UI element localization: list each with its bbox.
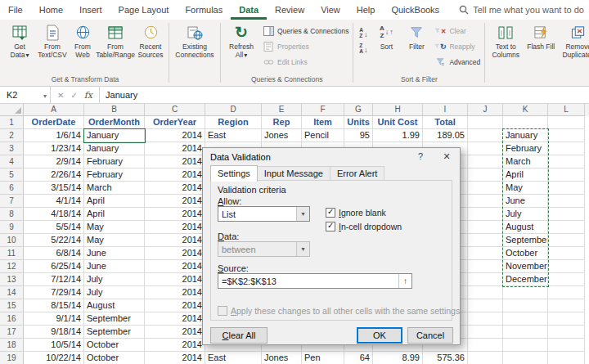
column-header-L[interactable]: L (548, 104, 585, 116)
cell-K16[interactable] (503, 312, 548, 326)
column-header-E[interactable]: E (262, 104, 302, 116)
text-to-columns-button[interactable]: Text to Columns (487, 20, 524, 74)
cell-K18[interactable] (503, 339, 548, 352)
cell-C1[interactable]: OrderYear (145, 116, 205, 129)
cell-B2[interactable]: January (84, 129, 145, 142)
cell-B5[interactable]: February (84, 169, 145, 182)
from-web-button[interactable]: From Web (69, 20, 97, 74)
name-box[interactable]: K2 (0, 87, 51, 103)
row-header-6[interactable]: 6 (0, 182, 24, 195)
cell-E1[interactable]: Rep (262, 116, 302, 129)
cell-J9[interactable] (468, 221, 503, 234)
confirm-entry-icon[interactable] (70, 90, 77, 100)
cell-L18[interactable] (548, 339, 585, 352)
cell-J7[interactable] (468, 195, 503, 208)
column-header-I[interactable]: I (423, 104, 468, 116)
cell-L5[interactable] (548, 169, 585, 182)
dialog-close-button[interactable]: ✕ (434, 148, 460, 165)
cell-L8[interactable] (548, 208, 585, 221)
tab-formulas[interactable]: Formulas (177, 0, 231, 20)
cell-B12[interactable]: June (84, 260, 145, 273)
cell-C14[interactable]: 2014 (145, 286, 205, 299)
cell-J13[interactable] (468, 273, 503, 286)
cell-B13[interactable]: July (84, 273, 145, 286)
row-header-8[interactable]: 8 (0, 208, 24, 221)
row-header-19[interactable]: 19 (0, 352, 24, 364)
cell-C17[interactable]: 2014 (145, 326, 205, 339)
collapse-dialog-icon[interactable] (398, 274, 411, 288)
cell-A1[interactable]: OrderDate (24, 116, 84, 129)
cell-B4[interactable]: February (84, 155, 145, 169)
column-header-J[interactable]: J (468, 104, 503, 116)
cell-L6[interactable] (548, 182, 585, 195)
cell-A4[interactable]: 2/9/14 (24, 155, 84, 169)
cell-C6[interactable]: 2014 (145, 182, 205, 195)
row-header-4[interactable]: 4 (0, 155, 24, 169)
clear-filter-button[interactable]: Clear (432, 23, 483, 38)
row-header-13[interactable]: 13 (0, 273, 24, 286)
data-dropdown[interactable]: between (218, 241, 310, 257)
dialog-help-button[interactable]: ? (407, 148, 434, 165)
queries-connections-button[interactable]: Queries & Connections (260, 23, 351, 38)
cell-B8[interactable]: April (84, 208, 145, 221)
tab-view[interactable]: View (312, 0, 348, 20)
row-header-9[interactable]: 9 (0, 221, 24, 234)
cell-A6[interactable]: 3/15/14 (24, 182, 84, 195)
row-header-12[interactable]: 12 (0, 260, 24, 273)
cell-F1[interactable]: Item (302, 116, 344, 129)
row-header-3[interactable]: 3 (0, 142, 24, 155)
cell-K3[interactable]: February (503, 142, 548, 155)
row-header-7[interactable]: 7 (0, 195, 24, 208)
cell-H1[interactable]: Unit Cost (373, 116, 423, 129)
column-header-B[interactable]: B (84, 104, 145, 116)
cell-B15[interactable]: August (84, 299, 145, 312)
cell-K15[interactable] (503, 299, 548, 312)
allow-dropdown[interactable]: List (218, 206, 310, 222)
cell-J8[interactable] (468, 208, 503, 221)
cell-C11[interactable]: 2014 (145, 247, 205, 260)
cell-K8[interactable]: July (503, 208, 548, 221)
cell-A19[interactable]: 10/22/14 (24, 352, 84, 364)
filter-button[interactable]: Filter (401, 20, 432, 74)
cell-C2[interactable]: 2014 (145, 129, 205, 142)
insert-function-icon[interactable] (84, 90, 92, 101)
cell-B9[interactable]: May (84, 221, 145, 234)
sort-descending-button[interactable] (355, 41, 371, 56)
sort-button[interactable]: Sort (371, 20, 401, 74)
column-header-G[interactable]: G (344, 104, 373, 116)
cell-J11[interactable] (468, 247, 503, 260)
edit-links-button[interactable]: Edit Links (260, 54, 351, 70)
cell-C5[interactable]: 2014 (145, 169, 205, 182)
row-header-15[interactable]: 15 (0, 299, 24, 312)
tab-settings[interactable]: Settings (210, 165, 258, 182)
cell-K14[interactable] (503, 286, 548, 299)
cell-L10[interactable] (548, 234, 585, 247)
row-header-5[interactable]: 5 (0, 169, 24, 182)
sort-ascending-button[interactable] (355, 25, 371, 41)
cell-J10[interactable] (468, 234, 503, 247)
tab-data[interactable]: Data (231, 0, 267, 20)
cell-J18[interactable] (468, 339, 503, 352)
cell-J19[interactable] (468, 352, 503, 364)
cell-A15[interactable]: 8/15/14 (24, 299, 84, 312)
source-input[interactable]: =$K$2:$K$13 (218, 273, 412, 289)
cell-K19[interactable] (503, 352, 548, 364)
cell-A5[interactable]: 2/26/14 (24, 169, 84, 182)
remove-duplicates-button[interactable]: Remove Duplicates (557, 20, 589, 74)
cell-I19[interactable]: 575.36 (423, 352, 468, 364)
cell-G2[interactable]: 95 (344, 129, 373, 142)
cell-C13[interactable]: 2014 (145, 273, 205, 286)
cell-B7[interactable]: April (84, 195, 145, 208)
cell-L14[interactable] (548, 286, 585, 299)
cell-K17[interactable] (503, 326, 548, 339)
column-header-D[interactable]: D (205, 104, 262, 116)
row-header-2[interactable]: 2 (0, 129, 24, 142)
cell-B10[interactable]: May (84, 234, 145, 247)
existing-connections-button[interactable]: Existing Connections (171, 20, 218, 74)
in-cell-dropdown-checkbox[interactable] (326, 222, 335, 231)
cell-K2[interactable]: January (503, 129, 548, 142)
flash-fill-button[interactable]: Flash Fill (524, 20, 557, 74)
cell-K9[interactable]: August (503, 221, 548, 234)
cell-A14[interactable]: 7/29/14 (24, 286, 84, 299)
cell-K1[interactable] (503, 116, 548, 129)
